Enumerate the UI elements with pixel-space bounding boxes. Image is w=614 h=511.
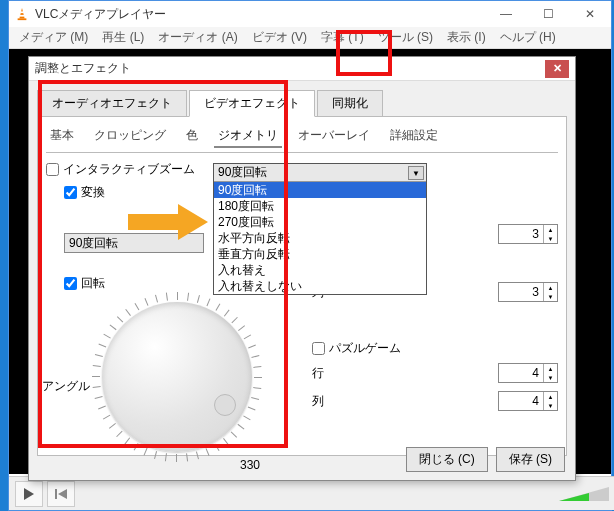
puzzle-checkbox[interactable]: パズルゲーム [312,340,558,357]
menu-media[interactable]: メディア (M) [13,27,94,48]
main-tabs: オーディオエフェクト ビデオエフェクト 同期化 [37,89,567,116]
sub-tabs: 基本 クロッピング 色 ジオメトリ オーバーレイ 詳細設定 [46,125,558,153]
subtab-color[interactable]: 色 [182,125,202,148]
subtab-geometry[interactable]: ジオメトリ [214,125,282,148]
maximize-button[interactable]: ☐ [527,1,569,27]
menu-tools[interactable]: ツール (S) [372,27,439,48]
menu-audio[interactable]: オーディオ (A) [152,27,243,48]
transform-dropdown-open[interactable]: 90度回転▼ 90度回転 180度回転 270度回転 水平方向反転 垂直方向反転… [213,163,427,295]
titlebar: VLCメディアプレイヤー ― ☐ ✕ [9,1,611,27]
volume-slider[interactable] [549,486,609,502]
puzzle-cols-spin[interactable]: 4▲▼ [498,391,558,411]
save-button[interactable]: 保存 (S) [496,447,565,472]
subtab-basic[interactable]: 基本 [46,125,78,148]
svg-rect-2 [20,15,24,17]
rotate-dial-group: アングル 330 [46,298,256,478]
close-button[interactable]: 閉じる (C) [406,447,488,472]
puzzle-cols-label: 列 [312,393,336,410]
dialog-title: 調整とエフェクト [35,60,545,77]
svg-marker-4 [24,488,34,500]
window-close-button[interactable]: ✕ [569,1,611,27]
svg-rect-5 [55,489,57,499]
menu-video[interactable]: ビデオ (V) [246,27,313,48]
dropdown-arrow-icon[interactable]: ▼ [408,166,424,180]
angle-value: 330 [240,458,260,472]
tab-sync[interactable]: 同期化 [317,90,383,117]
dialog-button-row: 閉じる (C) 保存 (S) [406,447,565,472]
dropdown-option[interactable]: 入れ替えしない [214,278,426,294]
svg-rect-3 [18,18,27,20]
puzzle-rows-spin[interactable]: 4▲▼ [498,363,558,383]
menubar: メディア (M) 再生 (L) オーディオ (A) ビデオ (V) 字幕 (T)… [9,27,611,49]
dial-knob-icon [214,394,236,416]
wall-cols2-spin[interactable]: 3▲▼ [498,282,558,302]
puzzle-rows-label: 行 [312,365,336,382]
menu-playback[interactable]: 再生 (L) [96,27,150,48]
subtab-overlay[interactable]: オーバーレイ [294,125,374,148]
menu-subtitle[interactable]: 字幕 (T) [315,27,370,48]
angle-label: アングル [42,378,90,395]
dropdown-option[interactable]: 水平方向反転 [214,230,426,246]
dropdown-option[interactable]: 270度回転 [214,214,426,230]
dropdown-option[interactable]: 垂直方向反転 [214,246,426,262]
dialog-close-button[interactable]: ✕ [545,60,569,78]
svg-rect-1 [20,11,24,13]
transform-combo[interactable]: 90度回転 [64,233,204,253]
menu-view[interactable]: 表示 (I) [441,27,492,48]
dropdown-option[interactable]: 90度回転 [214,182,426,198]
subtab-advanced[interactable]: 詳細設定 [386,125,442,148]
play-button[interactable] [15,481,43,507]
svg-marker-6 [58,489,67,499]
window-title: VLCメディアプレイヤー [35,6,485,23]
wall-cols-spin[interactable]: 3▲▼ [498,224,558,244]
dropdown-option[interactable]: 180度回転 [214,198,426,214]
rotate-dial[interactable] [102,302,252,452]
menu-help[interactable]: ヘルプ (H) [494,27,562,48]
dialog-titlebar: 調整とエフェクト ✕ [29,57,575,81]
dropdown-option[interactable]: 入れ替え [214,262,426,278]
spin-up-icon[interactable]: ▲ [543,225,557,234]
vlc-cone-icon [15,7,29,21]
prev-button[interactable] [47,481,75,507]
subtab-crop[interactable]: クロッピング [90,125,170,148]
tab-audio-effects[interactable]: オーディオエフェクト [37,90,187,117]
playback-controls [9,476,614,510]
tab-video-effects[interactable]: ビデオエフェクト [189,90,315,117]
spin-down-icon[interactable]: ▼ [543,234,557,243]
minimize-button[interactable]: ― [485,1,527,27]
